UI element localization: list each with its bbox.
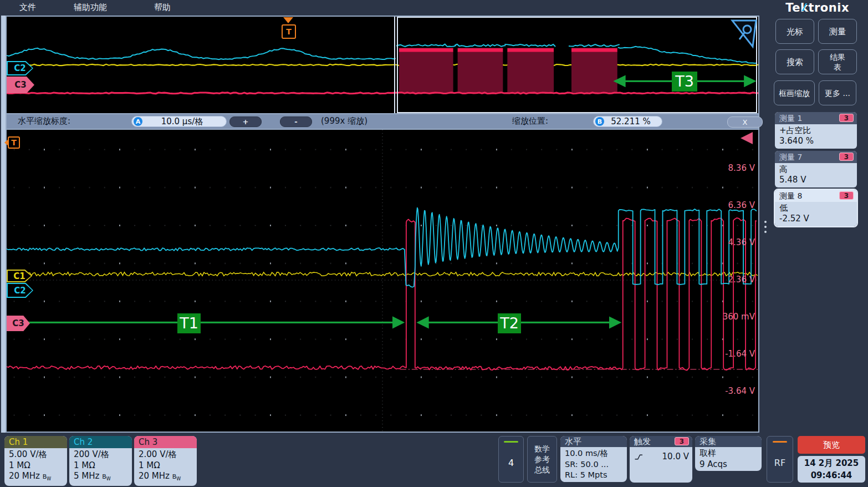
channel-3-scale: 2.00 V/格: [139, 449, 193, 460]
sidebar-button-draw-zoom[interactable]: 框画缩放: [774, 80, 815, 105]
measurement-1-name: +占空比: [779, 125, 852, 136]
zoom-out-button[interactable]: -: [280, 116, 312, 127]
math-label: 数学: [528, 444, 556, 454]
channel-3-bandwidth: 20 MHz BW: [139, 471, 193, 485]
scale-label-4: 2.36 V: [711, 275, 755, 285]
logo-pre: Te: [785, 1, 800, 14]
horizontal-badge[interactable]: 水平 10.0 ms/格 SR: 50.0 ... RL: 5 Mpts: [560, 436, 627, 482]
acquisition-badge[interactable]: 采集 取样 9 Acqs: [695, 436, 762, 471]
zoom-position-knob[interactable]: B 52.211 %: [593, 116, 662, 127]
knob-b-icon: B: [595, 117, 604, 126]
measurement-8-source-badge: 3: [839, 191, 854, 200]
channel-2-label: Ch 2: [69, 436, 132, 448]
channel-2-impedance: 1 MΩ: [74, 460, 129, 471]
measurement-card-1[interactable]: 测量 1 3 +占空比 3.640 %: [775, 112, 857, 149]
measurement-7-source-badge: 3: [839, 153, 854, 161]
rf-color-line: [773, 441, 787, 443]
trigger-badge[interactable]: 触发 3 10.0 V: [630, 436, 692, 483]
zoom-close-button[interactable]: X: [727, 116, 763, 128]
ch1-flag-label: C1: [8, 271, 31, 281]
sidebar-button-cursors[interactable]: 光标: [775, 19, 814, 44]
digital-channel-color-line: [504, 441, 518, 443]
scale-label-5: 360 mV: [711, 312, 755, 322]
main-waveforms: [7, 130, 758, 432]
zoom-window-left-edge[interactable]: [394, 17, 395, 113]
scale-label-2: 6.36 V: [711, 200, 755, 210]
ch3-trace: [7, 218, 757, 371]
trigger-title: 触发 3: [630, 436, 692, 447]
time-text: 09:46:44: [811, 469, 852, 481]
scale-label-6: -1.64 V: [711, 349, 755, 359]
zoom-position-label: 缩放位置:: [512, 116, 548, 126]
logo-post: tronix: [808, 1, 849, 14]
trigger-marker-main[interactable]: T: [8, 136, 20, 149]
zoom-magnifier-icon[interactable]: [731, 19, 758, 49]
preview-button[interactable]: 预览: [798, 436, 865, 454]
rising-edge-icon: [634, 453, 644, 461]
zoom-window[interactable]: [397, 17, 757, 113]
measurement-card-7[interactable]: 测量 7 3 高 5.48 V: [775, 151, 857, 187]
trigger-level-offscreen-arrow-icon[interactable]: [741, 132, 753, 144]
zoom-in-button[interactable]: +: [229, 116, 262, 127]
channel-1-bandwidth: 20 MHz BW: [9, 471, 64, 485]
horizontal-sample-rate: SR: 50.0 ...: [565, 459, 624, 470]
zoom-scale-label: 水平缩放标度:: [18, 116, 70, 126]
horizontal-scale: 10.0 ms/格: [565, 448, 624, 459]
channel-1-badge[interactable]: Ch 1 5.00 V/格 1 MΩ 20 MHz BW: [4, 436, 67, 486]
rf-button[interactable]: RF: [767, 436, 793, 483]
digital-channel-number: 4: [499, 458, 523, 468]
sidebar-button-more[interactable]: 更多 ...: [819, 80, 856, 105]
scale-label-1: 8.36 V: [711, 163, 755, 173]
panel-drag-handle[interactable]: [764, 221, 767, 233]
measurement-8-name: 低: [779, 203, 852, 214]
overview-ch2-flag-label: C2: [8, 62, 32, 74]
datetime-display: 14 2月 2025 09:46:44: [798, 456, 865, 483]
acquisition-mode: 取样: [699, 448, 758, 459]
channel-2-badge[interactable]: Ch 2 200 V/格 1 MΩ 5 MHz BW: [69, 436, 132, 486]
channel-1-label: Ch 1: [4, 436, 67, 448]
oscilloscope-screen: 文件 辅助功能 帮助 Tektronix T C2 C3: [0, 0, 868, 487]
measurement-1-value: 3.640 %: [779, 136, 852, 146]
measurement-7-name: 高: [779, 164, 852, 175]
ch2-flag-label: C2: [8, 284, 32, 297]
math-ref-bus-button[interactable]: 数学 参考 总线: [527, 436, 557, 483]
digital-channel-badge[interactable]: 4: [498, 436, 524, 483]
horizontal-record-length: RL: 5 Mpts: [565, 470, 624, 481]
measurement-7-title: 测量 7 3: [775, 151, 857, 163]
scale-label-7: -3.64 V: [711, 386, 755, 396]
trigger-position-arrow-icon[interactable]: [283, 17, 293, 23]
channel-1-impedance: 1 MΩ: [9, 460, 64, 471]
menu-bar: 文件 辅助功能 帮助 Tektronix: [0, 0, 868, 16]
measurement-7-value: 5.48 V: [779, 175, 852, 185]
acquisition-count: 9 Acqs: [699, 459, 758, 470]
sidebar-button-search[interactable]: 搜索: [775, 49, 814, 74]
zoom-position-value: 52.211 %: [604, 116, 662, 126]
zoom-scale-value: 10.0 µs/格: [142, 116, 226, 127]
sidebar-button-measure[interactable]: 测量: [818, 19, 857, 44]
zoom-factor-label: (999x 缩放): [321, 116, 367, 126]
main-graticule: [6, 129, 759, 433]
menu-item-file[interactable]: 文件: [19, 2, 36, 13]
bus-label: 总线: [528, 465, 556, 475]
ref-label: 参考: [528, 454, 556, 465]
left-frame-strip: [1, 16, 6, 433]
rf-label: RF: [767, 458, 793, 468]
menu-item-utility[interactable]: 辅助功能: [74, 2, 107, 13]
trigger-marker-overview[interactable]: T: [282, 24, 296, 39]
t1-label: T1: [177, 313, 201, 333]
channel-2-bandwidth: 5 MHz BW: [74, 471, 129, 485]
measurement-8-value: -2.52 V: [779, 214, 852, 224]
trigger-source-badge: 3: [675, 437, 689, 445]
menu-item-help[interactable]: 帮助: [154, 2, 171, 13]
t2-label: T2: [498, 313, 521, 333]
channel-1-scale: 5.00 V/格: [9, 449, 64, 460]
measurement-1-title: 测量 1 3: [775, 112, 857, 124]
trigger-level: 10.0 V: [662, 452, 689, 463]
logo-k: k: [800, 1, 808, 14]
sidebar-button-results-table[interactable]: 结果 表: [818, 49, 857, 74]
channel-2-scale: 200 V/格: [74, 449, 129, 460]
measurement-1-source-badge: 3: [839, 114, 854, 122]
channel-3-badge[interactable]: Ch 3 2.00 V/格 1 MΩ 20 MHz BW: [134, 436, 197, 486]
measurement-card-8[interactable]: 测量 8 3 低 -2.52 V: [775, 190, 857, 226]
zoom-scale-knob[interactable]: A 10.0 µs/格: [131, 116, 227, 127]
